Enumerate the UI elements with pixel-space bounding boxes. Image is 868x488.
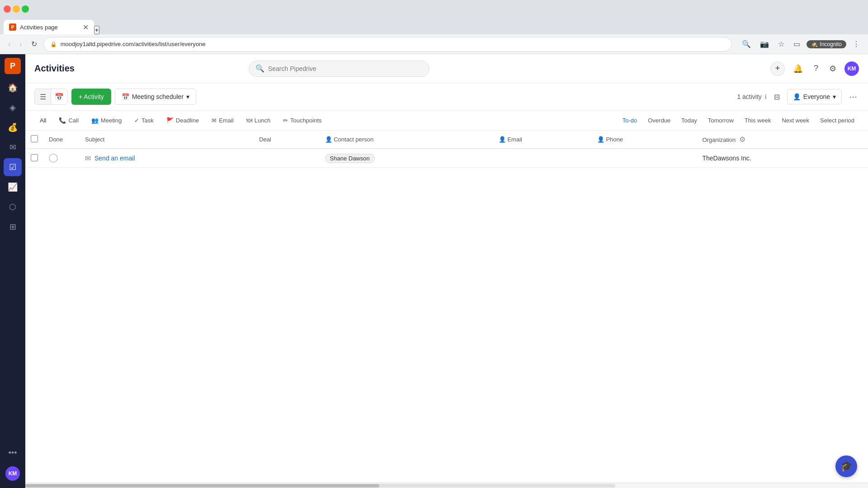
filter-lunch-btn[interactable]: 🍽 Lunch (241, 114, 276, 127)
subject-email-icon: ✉ (85, 154, 91, 163)
back-btn[interactable]: ‹ (5, 38, 13, 50)
filter-task-btn[interactable]: ✓ Task (129, 114, 159, 127)
subject-cell: ✉ Send an email (85, 154, 248, 163)
sidebar-item-products[interactable]: ⬡ (4, 198, 22, 216)
calendar-view-btn[interactable]: 📅 (51, 89, 67, 104)
col-email-label: Email (507, 136, 522, 143)
address-bar[interactable]: 🔒 moodjoy1altd.pipedrive.com/activities/… (43, 37, 732, 52)
filter-meeting-btn[interactable]: 👥 Meeting (86, 114, 127, 127)
filter-all-btn[interactable]: All (34, 114, 52, 127)
sidebar-item-mail[interactable]: ✉ (4, 138, 22, 156)
filter-all-label: All (40, 117, 46, 124)
row-subject[interactable]: Send an email (94, 155, 135, 162)
phone-col-icon: 👤 (597, 136, 604, 143)
row-checkbox[interactable] (31, 154, 38, 161)
deadline-icon: 🚩 (166, 117, 174, 124)
sidebar-item-projects[interactable]: ⊞ (4, 218, 22, 236)
help-btn[interactable]: ? (811, 61, 821, 76)
contact-badge[interactable]: Shane Dawson (325, 154, 375, 163)
filter-call-label: Call (68, 117, 78, 124)
filter-call-btn[interactable]: 📞 Call (53, 114, 84, 127)
filter-today-btn[interactable]: Today (677, 114, 702, 127)
add-activity-label: + Activity (79, 93, 104, 100)
camera-btn[interactable]: 📷 (757, 38, 772, 50)
row-deal-cell (254, 149, 319, 168)
horizontal-scrollbar[interactable] (25, 483, 868, 488)
search-bar[interactable]: 🔍 (249, 61, 429, 77)
sidebar-item-activities[interactable]: ☑ (4, 158, 22, 176)
search-nav-btn[interactable]: 🔍 (739, 38, 754, 50)
column-settings-icon[interactable]: ⚙ (737, 134, 747, 145)
bookmark-btn[interactable]: ☆ (775, 38, 787, 50)
filter-tomorrow-label: Tomorrow (708, 117, 734, 124)
col-phone-label: Phone (606, 136, 623, 143)
insights-icon: 📈 (8, 182, 18, 192)
tab-close-btn[interactable]: ✕ (83, 23, 89, 32)
menu-btn[interactable]: ⋮ (850, 38, 863, 50)
pipedrive-logo[interactable]: P (5, 58, 21, 74)
new-tab-btn[interactable]: + (94, 26, 99, 34)
sidebar-item-home[interactable]: 🏠 (4, 79, 22, 97)
filter-deadline-label: Deadline (176, 117, 199, 124)
sidebar-item-leads[interactable]: 💰 (4, 118, 22, 136)
contact-person-icon: 👤 (325, 136, 332, 143)
notifications-btn[interactable]: 🔔 (790, 61, 806, 76)
scrollbar-thumb[interactable] (25, 484, 379, 488)
active-tab[interactable]: P Activities page ✕ (4, 20, 94, 34)
search-input[interactable] (268, 65, 423, 72)
user-avatar-sidebar[interactable]: KM (5, 466, 20, 481)
ssl-lock-icon: 🔒 (50, 41, 57, 47)
app-header: Activities 🔍 + 🔔 ? ⚙ KM (25, 54, 868, 83)
filter-todo-label: To-do (623, 117, 637, 124)
sidebar-toggle-btn[interactable]: ▭ (791, 38, 803, 50)
filter-deadline-btn[interactable]: 🚩 Deadline (161, 114, 204, 127)
toolbar-more-btn[interactable]: ⋯ (847, 90, 859, 103)
filter-todo-btn[interactable]: To-do (618, 114, 642, 127)
incognito-label: Incognito (820, 41, 842, 47)
window-minimize-btn[interactable]: – (13, 5, 20, 13)
filter-bar-right: To-do Overdue Today Tomorrow This week N… (618, 114, 859, 127)
user-avatar-header[interactable]: KM (844, 61, 859, 76)
forward-btn[interactable]: › (17, 38, 24, 50)
header-actions: + 🔔 ? ⚙ KM (770, 61, 859, 76)
filter-this-week-btn[interactable]: This week (740, 114, 776, 127)
select-all-checkbox[interactable] (31, 135, 38, 142)
scrollbar-track (25, 484, 615, 488)
filter-tomorrow-btn[interactable]: Tomorrow (703, 114, 738, 127)
url-text: moodjoy1altd.pipedrive.com/activities/li… (61, 41, 206, 47)
refresh-btn[interactable]: ↻ (28, 38, 40, 50)
settings-btn[interactable]: ⚙ (826, 61, 839, 76)
row-organization[interactable]: TheDawsons Inc. (702, 155, 751, 162)
col-contact-label: Contact person (334, 136, 373, 143)
row-contact-cell: Shane Dawson (320, 149, 493, 168)
filter-email-btn[interactable]: ✉ Email (206, 114, 239, 127)
window-close-btn[interactable]: ✕ (4, 5, 11, 13)
lunch-icon: 🍽 (246, 117, 252, 124)
window-maximize-btn[interactable]: + (22, 5, 29, 13)
sidebar-item-insights[interactable]: 📈 (4, 178, 22, 196)
everyone-filter-btn[interactable]: 👤 Everyone ▾ (787, 89, 842, 104)
sidebar-item-deals[interactable]: ◈ (4, 99, 22, 117)
done-radio-btn[interactable] (49, 154, 58, 163)
mail-icon: ✉ (9, 142, 16, 152)
incognito-icon: 🕵 (811, 41, 818, 47)
activity-count-label: 1 activity (737, 93, 761, 100)
help-fab-btn[interactable]: 🎓 (835, 455, 857, 477)
add-activity-btn[interactable]: + Activity (71, 89, 111, 105)
more-icon: ••• (9, 448, 17, 458)
meeting-scheduler-btn[interactable]: 📅 Meeting scheduler ▾ (115, 89, 196, 105)
global-add-btn[interactable]: + (770, 61, 785, 76)
col-deal: Deal (254, 131, 319, 149)
sidebar-item-more[interactable]: ••• (4, 444, 22, 462)
filter-touchpoints-btn[interactable]: ✏ Touchpoints (278, 114, 327, 127)
filter-next-week-btn[interactable]: Next week (777, 114, 814, 127)
list-view-btn[interactable]: ☰ (35, 89, 51, 104)
col-contact-person: 👤 Contact person (320, 131, 493, 149)
density-btn[interactable]: ⊟ (772, 91, 782, 103)
filter-overdue-btn[interactable]: Overdue (643, 114, 675, 127)
col-done: Done (43, 131, 80, 149)
filter-task-label: Task (142, 117, 154, 124)
filter-select-period-btn[interactable]: Select period (816, 114, 859, 127)
call-icon: 📞 (59, 117, 66, 124)
view-toggle: ☰ 📅 (34, 89, 68, 105)
